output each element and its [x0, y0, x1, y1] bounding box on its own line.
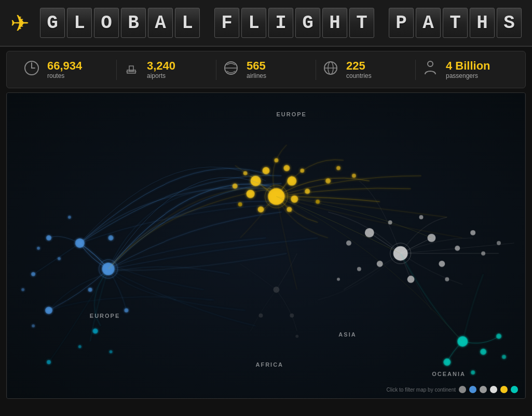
title-letter: F [214, 8, 239, 38]
svg-point-32 [287, 176, 296, 185]
svg-point-38 [287, 207, 292, 212]
title-letter: O [94, 8, 119, 38]
title-letter: H [322, 8, 347, 38]
stat-item-airlines: 565airlines [216, 60, 316, 80]
filter-dot-americas[interactable] [469, 386, 476, 393]
routes-icon [22, 60, 41, 80]
title-letter [376, 8, 387, 38]
svg-rect-3 [126, 71, 137, 72]
airports-icon [122, 60, 141, 80]
svg-point-15 [46, 235, 51, 240]
stat-item-routes: 66,934routes [17, 60, 117, 80]
svg-point-24 [93, 328, 98, 333]
stat-item-countries: 225countries [316, 60, 416, 80]
svg-point-27 [110, 350, 113, 353]
svg-point-40 [305, 189, 310, 194]
svg-point-18 [108, 235, 114, 240]
passengers-icon [421, 60, 440, 80]
svg-point-69 [496, 333, 501, 339]
stats-bar: 66,934routes3,240aiports565airlines225co… [6, 51, 526, 88]
svg-point-60 [419, 215, 423, 219]
airlines-icon [222, 60, 240, 80]
title-letter: H [470, 8, 495, 38]
svg-point-70 [471, 370, 475, 374]
title-letters: GLOBALFLIGHTPATHS [40, 8, 522, 38]
filter-dot-europe[interactable] [480, 386, 487, 393]
stat-item-passengers: 4 Billionpassengers [416, 60, 515, 80]
svg-point-63 [497, 241, 501, 245]
svg-point-21 [58, 257, 61, 260]
countries-number: 225 [346, 60, 372, 72]
svg-point-65 [337, 278, 340, 281]
title-letter: A [416, 8, 441, 38]
svg-point-42 [274, 158, 278, 163]
svg-point-36 [283, 165, 290, 171]
filter-label: Click to filter map by continent [387, 387, 456, 393]
title-letter: G [295, 8, 320, 38]
oceania-label: OCEANIA [432, 371, 466, 377]
filter-dot-asia[interactable] [490, 386, 497, 393]
svg-point-71 [502, 355, 506, 359]
svg-point-19 [88, 288, 92, 292]
svg-point-74 [259, 314, 263, 318]
svg-point-53 [407, 276, 415, 283]
title-letter: L [241, 8, 266, 38]
routes-number: 66,934 [47, 60, 82, 72]
plane-icon: ✈ [10, 10, 30, 36]
title-letter: T [349, 8, 374, 38]
svg-point-16 [31, 272, 35, 276]
filter-dot-all[interactable] [459, 386, 466, 393]
airlines-label: airlines [247, 72, 266, 79]
svg-point-59 [388, 220, 392, 224]
svg-point-13 [75, 238, 85, 248]
flight-map [7, 93, 525, 398]
title-letter: A [148, 8, 173, 38]
svg-point-44 [238, 202, 242, 206]
svg-point-73 [290, 314, 294, 318]
svg-point-33 [247, 190, 255, 198]
page-header: ✈ GLOBALFLIGHTPATHS [0, 0, 532, 47]
svg-point-14 [45, 307, 52, 314]
svg-point-43 [300, 169, 304, 173]
svg-point-62 [481, 251, 485, 256]
svg-rect-10 [7, 93, 525, 398]
asia-label: ASIA [338, 331, 356, 338]
filter-dot-africa[interactable] [500, 386, 508, 393]
svg-point-17 [124, 308, 128, 313]
filter-dot-oceania[interactable] [511, 386, 518, 393]
airports-label: aiports [147, 72, 175, 79]
svg-point-68 [480, 348, 486, 355]
svg-point-23 [21, 288, 24, 291]
americas-label: EUROPE [90, 313, 120, 319]
title-letter: L [67, 8, 92, 38]
map-container: EUROPE EUROPE AFRICA ASIA OCEANIA Click … [6, 92, 526, 399]
svg-point-56 [455, 246, 460, 251]
passengers-label: passengers [446, 72, 490, 79]
svg-point-58 [346, 240, 351, 246]
title-letter: B [121, 8, 146, 38]
filter-bar: Click to filter map by continent [387, 386, 518, 393]
title-letter [202, 8, 212, 38]
svg-point-54 [439, 261, 445, 267]
title-letter: I [268, 8, 293, 38]
svg-point-51 [365, 228, 374, 237]
svg-point-72 [273, 287, 279, 293]
svg-point-9 [428, 61, 433, 66]
routes-label: routes [47, 72, 82, 79]
svg-point-25 [47, 360, 51, 364]
airlines-number: 565 [247, 60, 266, 72]
svg-point-75 [295, 334, 298, 338]
title-letter: T [443, 8, 468, 38]
title-letter: P [389, 8, 414, 38]
europe-label: EUROPE [276, 111, 306, 117]
svg-point-35 [263, 167, 270, 175]
svg-point-39 [233, 183, 238, 189]
africa-label: AFRICA [256, 361, 284, 368]
airports-number: 3,240 [147, 60, 175, 72]
svg-point-57 [470, 230, 475, 235]
svg-point-47 [336, 166, 340, 170]
stat-item-airports: 3,240aiports [117, 60, 216, 80]
svg-point-46 [325, 178, 331, 183]
svg-point-22 [37, 247, 40, 250]
svg-point-20 [68, 216, 71, 219]
